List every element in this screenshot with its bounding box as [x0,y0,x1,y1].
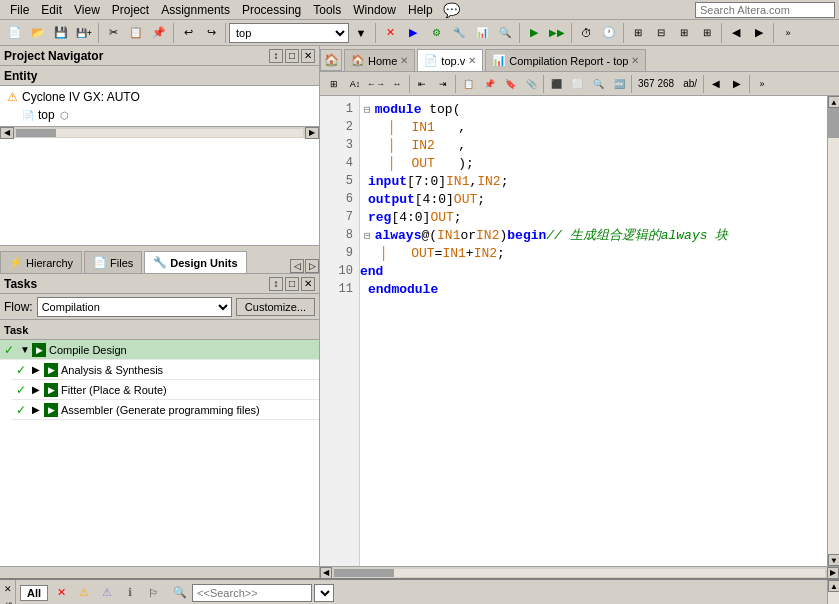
clock-button[interactable]: 🕐 [598,22,620,44]
messages-search-input[interactable] [192,584,312,602]
grid4-button[interactable]: ⊞ [696,22,718,44]
code-scroll-right[interactable]: ▶ [827,567,839,579]
filter-error-btn[interactable]: ✕ [51,583,71,603]
tool1-button[interactable]: ⚙ [425,22,447,44]
top-entity-row[interactable]: 📄 top ⬡ [18,106,317,124]
flow-select[interactable]: Compilation [37,297,232,317]
filter-warn-btn[interactable]: ⚠ [74,583,94,603]
code-scrollbar-v[interactable]: ▲ ▼ [827,96,839,566]
ed-btn-more[interactable]: » [752,74,772,94]
task-expand-analysis[interactable]: ▶ [32,364,44,375]
nav-scroll-right[interactable]: ▷ [305,259,319,273]
ed-btn-9[interactable]: 🔖 [500,74,520,94]
ed-btn-2[interactable]: A↕ [345,74,365,94]
new-button[interactable]: 📄 [4,22,26,44]
task-expand-compile[interactable]: ▼ [20,344,32,355]
tasks-minimize-btn[interactable]: ↕ [269,277,283,291]
tab-report[interactable]: 📊 Compilation Report - top ✕ [485,49,646,71]
device-row[interactable]: ⚠ Cyclone IV GX: AUTO [2,88,317,106]
open-button[interactable]: 📂 [27,22,49,44]
grid3-button[interactable]: ⊞ [673,22,695,44]
tasks-close-btn[interactable]: ✕ [301,277,315,291]
panel-restore-btn[interactable]: □ [285,49,299,63]
ed-btn-10[interactable]: 📎 [521,74,541,94]
tab-topv-close[interactable]: ✕ [468,55,476,66]
filter-warn2-btn[interactable]: ⚠ [97,583,117,603]
ed-btn-3[interactable]: ←→ [366,74,386,94]
tasks-restore-btn[interactable]: □ [285,277,299,291]
panel-close-btn[interactable]: ✕ [301,49,315,63]
panel-minimize-btn[interactable]: ↕ [269,49,283,63]
arrow-right-button[interactable]: ▶ [748,22,770,44]
menu-file[interactable]: File [4,1,35,19]
task-row-compile[interactable]: ✓ ▼ ▶ Compile Design [0,340,319,360]
fold-1[interactable]: ⊟ [364,103,371,116]
task-row-assembler[interactable]: ✓ ▶ ▶ Assembler (Generate programming fi… [12,400,319,420]
menu-view[interactable]: View [68,1,106,19]
compile-button[interactable]: ▶ [402,22,424,44]
scroll-thumb-v[interactable] [828,108,839,138]
fold-8[interactable]: ⊟ [364,229,371,242]
copy-button[interactable]: 📋 [125,22,147,44]
code-scroll-thumb[interactable] [334,569,394,577]
redo-button[interactable]: ↪ [200,22,222,44]
tab-report-close[interactable]: ✕ [631,55,639,66]
messages-search-select[interactable] [314,584,334,602]
save-button[interactable]: 💾 [50,22,72,44]
scroll-up-btn[interactable]: ▲ [828,96,839,108]
tab-topv[interactable]: 📄 top.v ✕ [417,49,483,71]
ed-btn-13[interactable]: 🔍 [588,74,608,94]
filter-note-btn[interactable]: ℹ [120,583,140,603]
tab-design-units[interactable]: 🔧 Design Units [144,251,246,273]
menu-project[interactable]: Project [106,1,155,19]
filter-all-btn[interactable]: All [20,585,48,601]
customize-button[interactable]: Customize... [236,298,315,316]
msg-scroll-up[interactable]: ▲ [828,580,839,592]
menu-help[interactable]: Help [402,1,439,19]
ed-btn-5[interactable]: ⇤ [412,74,432,94]
ed-btn-8[interactable]: 📌 [479,74,499,94]
tab-home[interactable]: 🏠 Home ✕ [344,49,415,71]
task-expand-assembler[interactable]: ▶ [32,404,44,415]
ed-btn-14[interactable]: 🔤 [609,74,629,94]
scroll-down-btn[interactable]: ▼ [828,554,839,566]
scroll-thumb-h[interactable] [16,129,56,137]
tool4-button[interactable]: 🔍 [494,22,516,44]
ed-btn-6[interactable]: ⇥ [433,74,453,94]
more-button[interactable]: » [777,22,799,44]
code-content[interactable]: ⊟ module top( │ IN1 , │ IN2 , │ OUT ); i… [360,96,827,566]
nav-home-icon[interactable]: 🏠 [320,49,342,71]
tasks-scrollbar-h[interactable] [0,566,319,578]
tab-hierarchy[interactable]: ⚡ Hierarchy [0,251,82,273]
ed-btn-1[interactable]: ⊞ [324,74,344,94]
grid2-button[interactable]: ⊟ [650,22,672,44]
menu-tools[interactable]: Tools [307,1,347,19]
tab-files[interactable]: 📄 Files [84,251,142,273]
task-row-analysis[interactable]: ✓ ▶ ▶ Analysis & Synthesis [12,360,319,380]
timer-button[interactable]: ⏱ [575,22,597,44]
code-scrollbar-h[interactable]: ◀ ▶ [320,566,839,578]
project-select[interactable]: top [229,23,349,43]
stop-button[interactable]: ✕ [379,22,401,44]
menu-assignments[interactable]: Assignments [155,1,236,19]
project-select-dropdown[interactable]: ▼ [350,22,372,44]
run-button[interactable]: ▶ [523,22,545,44]
task-expand-fitter[interactable]: ▶ [32,384,44,395]
code-scroll-left[interactable]: ◀ [320,567,332,579]
fast-run-button[interactable]: ▶▶ [546,22,568,44]
tab-home-close[interactable]: ✕ [400,55,408,66]
ed-btn-nav-left[interactable]: ◀ [706,74,726,94]
task-row-fitter[interactable]: ✓ ▶ ▶ Fitter (Place & Route) [12,380,319,400]
tool2-button[interactable]: 🔧 [448,22,470,44]
menu-window[interactable]: Window [347,1,402,19]
undo-button[interactable]: ↩ [177,22,199,44]
nav-scroll-left[interactable]: ◁ [290,259,304,273]
search-input[interactable] [695,2,835,18]
scroll-left-btn[interactable]: ◀ [0,127,14,139]
filter-flag-btn[interactable]: 🏳 [143,583,163,603]
ed-btn-11[interactable]: ⬛ [546,74,566,94]
tool3-button[interactable]: 📊 [471,22,493,44]
paste-button[interactable]: 📌 [148,22,170,44]
ed-btn-12[interactable]: ⬜ [567,74,587,94]
entity-scrollbar-h[interactable]: ◀ ▶ [0,126,319,138]
